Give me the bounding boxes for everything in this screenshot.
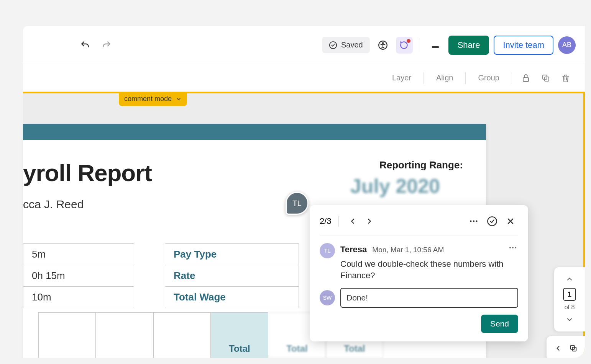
copy-icon: [541, 73, 550, 83]
comment-reply-input[interactable]: [340, 288, 518, 308]
reporting-range-value: July 2020: [350, 175, 440, 198]
share-button[interactable]: Share: [448, 36, 489, 55]
trash-icon: [561, 73, 570, 83]
resolve-comment-button[interactable]: [484, 214, 500, 229]
copy-icon: [569, 344, 578, 353]
align-menu[interactable]: Align: [429, 73, 460, 82]
invite-team-button[interactable]: Invite team: [494, 36, 553, 55]
svg-point-7: [473, 220, 474, 222]
reply-author-avatar: SW: [320, 290, 335, 305]
prev-comment-button[interactable]: [346, 214, 360, 228]
svg-point-9: [488, 217, 496, 225]
accessibility-icon: [378, 40, 388, 50]
table-cell: Rate: [165, 265, 299, 287]
svg-point-2: [382, 42, 383, 44]
svg-point-6: [470, 220, 471, 222]
table-cell: Pay Type: [165, 244, 299, 265]
document-body: yroll Report cca J. Reed Reporting Range…: [23, 140, 486, 211]
redo-icon: [102, 40, 112, 50]
svg-rect-3: [523, 78, 529, 82]
page-navigator: 1 of 8: [554, 267, 585, 331]
totals-cell: [153, 312, 211, 358]
comment-thread-item: TL Teresa Mon, Mar 1, 10:56 AM Could we …: [320, 235, 518, 281]
mode-label: comment mode: [124, 95, 172, 103]
chevron-left-icon: [554, 344, 562, 352]
totals-cell: Total: [211, 312, 268, 358]
copy-page-button[interactable]: [566, 341, 580, 355]
more-horizontal-icon: [469, 216, 479, 226]
divider: [465, 72, 466, 84]
chevron-left-icon: [348, 217, 357, 225]
app-window: Saved Share Invite team AB Layer Align G…: [23, 26, 585, 358]
comment-counter: 2/3: [320, 216, 332, 226]
comment-options-button[interactable]: [466, 214, 481, 229]
page-total-label: of 8: [565, 304, 575, 311]
page-tools: [547, 336, 585, 358]
reporting-range-label: Reporting Range:: [379, 159, 463, 171]
comment-reply-row: SW: [320, 288, 518, 308]
comments-button[interactable]: [396, 37, 413, 54]
check-circle-icon: [329, 41, 337, 49]
divider: [424, 72, 424, 84]
table-cell: Total Wage: [165, 287, 299, 308]
present-icon: [431, 41, 440, 50]
accessibility-button[interactable]: [374, 37, 391, 54]
comment-panel-header: 2/3: [320, 214, 518, 235]
chevron-up-icon: [566, 275, 573, 283]
delete-button[interactable]: [557, 70, 574, 87]
next-comment-button[interactable]: [363, 214, 376, 228]
present-button[interactable]: [427, 37, 444, 54]
current-page-number[interactable]: 1: [563, 288, 576, 301]
comment-item-menu[interactable]: [507, 243, 518, 252]
divider: [512, 72, 512, 84]
chevron-down-icon: [566, 316, 573, 323]
pay-table: Pay Type Rate Total Wage: [165, 243, 299, 308]
comment-author-name: Teresa: [340, 245, 367, 255]
mode-selector[interactable]: comment mode: [119, 92, 187, 106]
top-toolbar: Saved Share Invite team AB: [23, 26, 585, 64]
table-cell: 5m: [23, 244, 134, 265]
divider: [420, 38, 420, 52]
prev-tool-button[interactable]: [551, 341, 565, 355]
user-avatar[interactable]: AB: [558, 36, 576, 54]
copy-button[interactable]: [537, 70, 554, 87]
format-toolbar: Layer Align Group: [23, 64, 585, 92]
totals-cell: [38, 312, 96, 358]
comment-panel: 2/3 TL: [310, 205, 528, 341]
svg-point-10: [509, 247, 511, 248]
svg-point-8: [476, 220, 477, 222]
layer-menu[interactable]: Layer: [385, 73, 418, 82]
undo-button[interactable]: [77, 37, 94, 54]
svg-point-0: [330, 41, 337, 48]
svg-point-12: [515, 247, 516, 248]
table-cell: 10m: [23, 287, 134, 308]
group-menu[interactable]: Group: [471, 73, 506, 82]
unlock-icon: [521, 73, 530, 83]
lock-button[interactable]: [517, 70, 534, 87]
comment-pin[interactable]: TL: [286, 192, 309, 215]
totals-cell: [96, 312, 153, 358]
page-down-button[interactable]: [562, 314, 577, 325]
hours-table: 5m 0h 15m 10m: [23, 243, 134, 308]
comment-author-avatar: TL: [320, 243, 335, 258]
send-comment-button[interactable]: Send: [481, 315, 518, 333]
notification-dot-icon: [407, 39, 410, 43]
table-cell: 0h 15m: [23, 265, 134, 287]
more-horizontal-icon: [508, 243, 517, 252]
chevron-right-icon: [365, 217, 374, 225]
document-header-band: [23, 124, 486, 140]
close-icon: [506, 217, 515, 226]
save-status-label: Saved: [341, 41, 363, 49]
save-status: Saved: [322, 37, 370, 53]
comment-timestamp: Mon, Mar 1, 10:56 AM: [372, 246, 444, 254]
divider: [338, 216, 339, 227]
close-comment-button[interactable]: [503, 214, 518, 229]
redo-button[interactable]: [98, 37, 115, 54]
page-up-button[interactable]: [562, 273, 577, 285]
chevron-down-icon: [176, 96, 182, 102]
check-circle-icon: [487, 216, 497, 227]
comment-text: Could we double-check these numbers with…: [340, 258, 518, 281]
svg-point-11: [512, 247, 514, 248]
undo-icon: [80, 40, 90, 50]
